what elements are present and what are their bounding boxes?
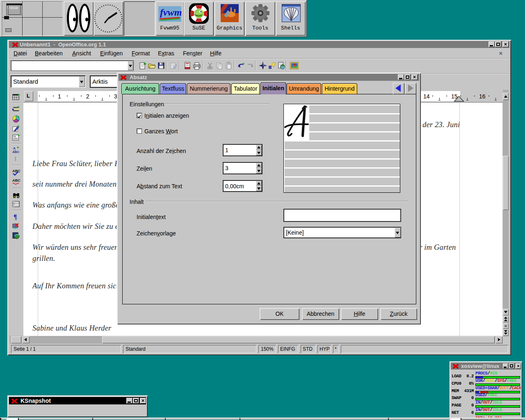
svg-text:ABC: ABC xyxy=(12,169,21,173)
svg-text:¶: ¶ xyxy=(14,213,17,220)
svg-text:I: I xyxy=(14,155,16,162)
svg-text:ABC: ABC xyxy=(12,150,20,154)
svg-text:ABC: ABC xyxy=(12,178,21,183)
